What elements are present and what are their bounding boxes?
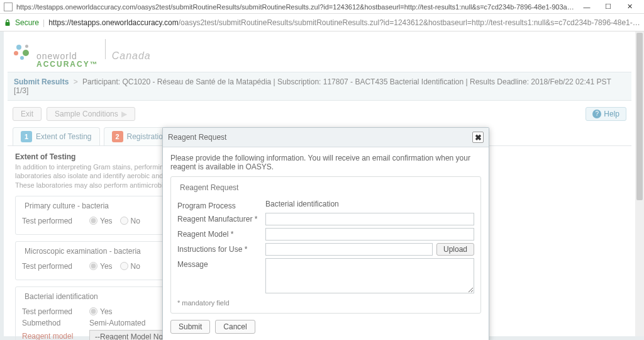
submethod-value: Semi-Automated: [89, 319, 145, 327]
tab-label: Registration: [127, 132, 167, 141]
url-field[interactable]: https://testapps.oneworldaccuracy.com/oa…: [48, 18, 640, 27]
mandatory-note: * mandatory field: [177, 299, 474, 307]
dialog-fieldset: Reagent Request Program Process Bacteria…: [170, 176, 481, 314]
chevron-right-icon: ▶: [119, 110, 127, 118]
window-titlebar: https://testapps.oneworldaccuracy.com/oa…: [0, 0, 644, 14]
page-content: oneworld ACCURACY™ Canada Submit Results…: [0, 31, 644, 340]
breadcrumb: Submit Results > Participant: QC1020 - R…: [8, 72, 631, 101]
radio-no[interactable]: No: [120, 262, 140, 271]
legend: Primary culture - bacteria: [22, 201, 111, 210]
browser-address-bar: Secure | https://testapps.oneworldaccura…: [0, 14, 644, 31]
page-header: oneworld ACCURACY™ Canada: [8, 31, 631, 72]
program-process-value: Bacterial identification: [265, 200, 474, 208]
submit-button[interactable]: Submit: [170, 320, 210, 334]
dialog-close-button[interactable]: ✖: [472, 132, 484, 143]
window-maximize-button[interactable]: ☐: [597, 1, 619, 13]
dialog-header: Reagent Request ✖: [163, 128, 489, 147]
radio-no[interactable]: No: [120, 217, 140, 225]
brand-text-canada: Canada: [112, 51, 151, 61]
dialog-legend: Reagent Request: [177, 183, 241, 192]
secure-label: Secure: [15, 18, 39, 27]
help-icon: ?: [592, 110, 601, 118]
message-textarea[interactable]: [265, 258, 474, 293]
help-button[interactable]: ?Help: [586, 107, 626, 121]
reagent-request-dialog: Reagent Request ✖ Please provide the fol…: [162, 127, 489, 340]
vertical-scrollbar[interactable]: [635, 31, 644, 336]
svg-rect-0: [6, 22, 10, 26]
cancel-button[interactable]: Cancel: [215, 320, 255, 334]
breadcrumb-detail: Participant: QC1020 - Réseau de Santé de…: [14, 77, 611, 95]
brand-logo: oneworld ACCURACY™ Canada: [11, 39, 151, 68]
tab-label: Extent of Testing: [36, 132, 92, 141]
breadcrumb-submit-results[interactable]: Submit Results: [14, 77, 69, 86]
reagent-model-input[interactable]: [265, 228, 474, 241]
reagent-manufacturer-input[interactable]: [265, 213, 474, 225]
legend: Bacterial identification: [22, 292, 101, 301]
radio-yes[interactable]: Yes: [89, 262, 113, 271]
brand-text-oneworld: oneworld: [36, 52, 99, 60]
instructions-file-field: [265, 243, 433, 256]
legend: Microscopic examination - bacteria: [22, 247, 143, 256]
window-close-button[interactable]: ✕: [619, 1, 640, 13]
window-minimize-button[interactable]: —: [576, 1, 597, 13]
tab-extent-of-testing[interactable]: 1 Extent of Testing: [13, 127, 100, 145]
radio-yes[interactable]: Yes: [89, 217, 113, 225]
exit-button[interactable]: Exit: [13, 107, 42, 121]
dialog-info-text: Please provide the following information…: [170, 154, 481, 171]
window-title: https://testapps.oneworldaccuracy.com/oa…: [16, 3, 576, 11]
action-bar: Exit Sample Conditions ▶ ?Help: [8, 101, 631, 127]
lock-icon: [4, 19, 11, 26]
radio-yes[interactable]: Yes: [89, 307, 113, 316]
brand-text-accuracy: ACCURACY™: [36, 60, 99, 68]
upload-button[interactable]: Upload: [436, 243, 474, 256]
dialog-title: Reagent Request: [168, 133, 226, 142]
window-app-icon: [4, 3, 13, 11]
sample-conditions-button[interactable]: Sample Conditions ▶: [47, 107, 135, 121]
